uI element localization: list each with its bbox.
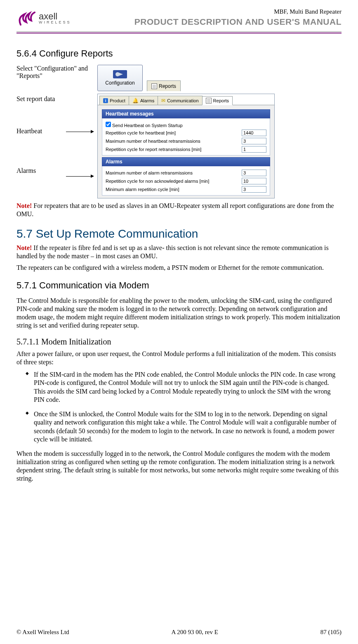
send-heartbeat-row: Send Heartbeat on System Startup [106,122,183,128]
al-row1-label: Repetition cycle for non acknowledged al… [106,179,209,184]
hb-row2-label: Repetition cycle for report retransmissi… [106,147,201,152]
note-564: Note! For repeaters that are to be used … [16,202,342,218]
step1-label: Select "Configuration" and "Reports" [16,65,91,80]
bullet-5711-0: If the SIM-card in the modem has the PIN… [26,370,342,404]
footer-left: © Axell Wireless Ltd [16,629,69,636]
note-564-prefix: Note! [16,202,32,209]
info-icon: i [103,98,108,103]
group-alarms-body: Maximum number of alarm retransmissions … [102,166,270,196]
hb-row1-input[interactable] [242,138,266,144]
al-row1-input[interactable] [242,178,266,184]
doc-title: PRODUCT DESCRIPTION AND USER'S MANUAL [134,17,342,27]
reports-tab-label: Reports [159,83,176,89]
heading-5-7: 5.7 Set Up Remote Communication [16,227,342,241]
tab-product-label: Product [110,98,125,103]
tab-reports-label: Reports [213,98,229,103]
document-icon [206,98,212,104]
heartbeat-label: Heartbeat [16,127,42,135]
bell-icon: 🔔 [132,98,139,104]
envelope-icon: ✉ [161,98,165,104]
arrow-alarms-line [66,176,91,177]
p-5711-1: After a power failure, or upon user requ… [16,350,342,366]
page-footer: © Axell Wireless Ltd A 200 93 00, rev E … [16,629,342,636]
note-564-text: For repeaters that are to be used as sla… [16,202,334,217]
heading-5-7-1: 5.7.1 Communication via Modem [16,280,342,291]
al-row0-input[interactable] [242,170,266,176]
p-571-1: The Control Module is responsible for en… [16,297,342,330]
document-icon [151,83,157,89]
tab-product[interactable]: iProduct [99,96,129,105]
step2-label: Set report data [16,95,55,103]
footer-right: 87 (105) [320,629,342,636]
p-5711-2: When the modem is successfully logged in… [16,450,342,483]
al-row2-label: Minimum alarm repetition cycle [min] [106,187,179,192]
logo: axell WIRELESS [16,8,71,28]
tab-alarms[interactable]: 🔔Alarms [129,96,158,105]
al-row2-input[interactable] [242,186,266,193]
logo-swirl-icon [16,8,36,28]
send-heartbeat-label: Send Heartbeat on System Startup [112,123,183,128]
bullet-5711-1: Once the SIM is unlocked, the Control Mo… [26,410,342,444]
tab-communication-label: Communication [167,98,198,103]
hb-row1-label: Maximum number of heartbeat retransmissi… [106,139,200,144]
arrow-heartbeat-head-icon [91,130,94,133]
doc-subtitle: MBF, Multi Band Repeater [134,8,342,15]
reports-panel: iProduct 🔔Alarms ✉Communication Reports … [97,94,275,198]
header-rule-1 [16,31,342,32]
group-alarms-header: Alarms [102,157,270,166]
header-titles: MBF, Multi Band Repeater PRODUCT DESCRIP… [134,8,342,27]
p-57-1: The repeaters can be configured with a w… [16,264,342,272]
configuration-button[interactable]: Configuration [97,65,143,91]
note-57-prefix: Note! [16,244,32,251]
al-row0-label: Maximum number of alarm retransmissions [106,170,193,175]
send-heartbeat-checkbox[interactable] [106,122,111,127]
alarms-label: Alarms [16,167,36,175]
hb-row0-input[interactable] [242,130,266,136]
tab-reports[interactable]: Reports [202,96,233,105]
group-heartbeat-body: Send Heartbeat on System Startup Repetit… [102,118,270,156]
panel-tabstrip: iProduct 🔔Alarms ✉Communication Reports [98,94,274,105]
bullet-list-5711: If the SIM-card in the modem has the PIN… [26,370,342,444]
arrow-heartbeat-line [66,132,91,132]
hb-row0-label: Repetition cycle for heartbeat [min] [106,130,176,135]
tab-communication[interactable]: ✉Communication [158,96,202,105]
heading-5-7-1-1: 5.7.1.1 Modem Initialization [16,337,342,347]
page-header: axell WIRELESS MBF, Multi Band Repeater … [16,8,342,28]
logo-text: axell WIRELESS [39,12,71,24]
configuration-button-label: Configuration [105,80,134,86]
note-57-text: If the repeater is fibre fed and is set … [16,244,329,259]
header-rule-2 [16,33,342,33]
heading-5-6-4: 5.6.4 Configure Reports [16,48,342,59]
wrench-icon [113,70,127,78]
reports-tab-button[interactable]: Reports [147,80,181,91]
hb-row2-input[interactable] [242,146,266,153]
tab-alarms-label: Alarms [140,98,154,103]
footer-center: A 200 93 00, rev E [172,629,218,636]
group-heartbeat-header: Heartbeat messages [102,109,270,118]
note-57: Note! If the repeater is fibre fed and i… [16,244,342,260]
arrow-alarms-head-icon [91,175,94,178]
